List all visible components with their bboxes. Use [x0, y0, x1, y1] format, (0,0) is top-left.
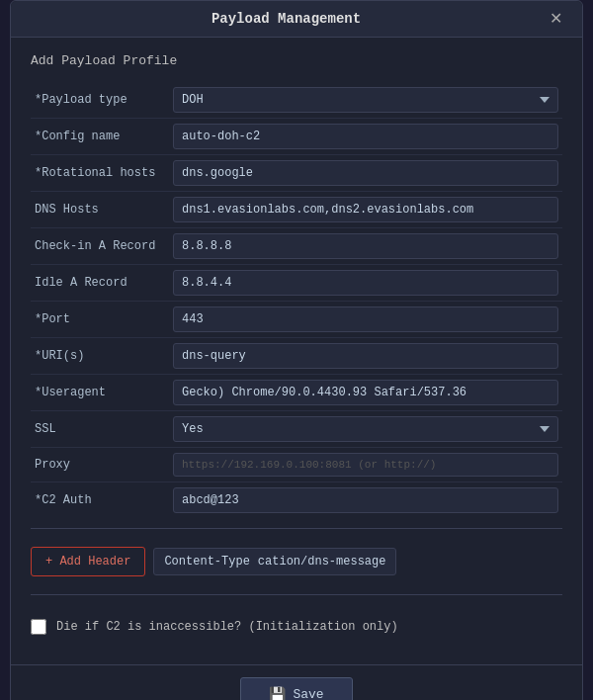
rotational-hosts-input[interactable]: [173, 160, 558, 186]
field-value-config-name[interactable]: [169, 119, 562, 155]
table-row: DNS Hosts: [31, 192, 562, 228]
field-value-dns-hosts[interactable]: [169, 192, 562, 228]
table-row: Proxy: [31, 448, 562, 482]
table-row: SSL Yes No: [31, 411, 562, 448]
field-label-dns-hosts: DNS Hosts: [31, 192, 169, 228]
field-value-port[interactable]: [169, 302, 562, 338]
port-input[interactable]: [173, 306, 558, 332]
dns-hosts-input[interactable]: [173, 197, 558, 222]
headers-row: + Add Header Content-Type cation/dns-mes…: [31, 547, 562, 576]
uris-input[interactable]: [173, 343, 558, 369]
field-label-c2-auth: *C2 Auth: [31, 482, 169, 519]
payload-management-dialog: Payload Management ✕ Add Payload Profile…: [10, 0, 583, 700]
config-name-input[interactable]: [173, 124, 558, 149]
save-icon: 💾: [269, 686, 286, 700]
field-value-proxy[interactable]: [169, 448, 562, 482]
checkbox-row: Die if C2 is inaccessible? (Initializati…: [31, 619, 562, 635]
field-label-uris: *URI(s): [31, 338, 169, 375]
dialog-body: Add Payload Profile *Payload type DOH DN…: [11, 38, 582, 664]
field-value-rotational-hosts[interactable]: [169, 155, 562, 192]
table-row: *Useragent: [31, 375, 562, 411]
table-row: *Port: [31, 302, 562, 338]
field-label-rotational-hosts: *Rotational hosts: [31, 155, 169, 192]
field-value-checkin-a-record[interactable]: [169, 228, 562, 265]
add-header-button[interactable]: + Add Header: [31, 547, 145, 576]
field-label-config-name: *Config name: [31, 119, 169, 155]
field-label-payload-type: *Payload type: [31, 82, 169, 119]
divider-2: [31, 594, 562, 595]
table-row: *Rotational hosts: [31, 155, 562, 192]
checkin-a-record-input[interactable]: [173, 233, 558, 259]
field-value-c2-auth[interactable]: [169, 482, 562, 519]
table-row: *Payload type DOH DNS HTTP: [31, 82, 562, 119]
close-button[interactable]: ✕: [546, 11, 566, 27]
field-label-idle-a-record: Idle A Record: [31, 265, 169, 302]
table-row: *Config name: [31, 119, 562, 155]
table-row: *C2 Auth: [31, 482, 562, 519]
proxy-input[interactable]: [173, 453, 558, 477]
save-label: Save: [293, 687, 323, 700]
title-bar: Payload Management ✕: [11, 1, 582, 38]
die-if-c2-inaccessible-checkbox[interactable]: [31, 619, 46, 635]
form-table: *Payload type DOH DNS HTTP *Config na: [31, 82, 562, 518]
payload-type-select[interactable]: DOH DNS HTTP: [173, 87, 558, 113]
useragent-input[interactable]: [173, 380, 558, 405]
field-label-port: *Port: [31, 302, 169, 338]
header-key: Content-Type: [164, 555, 249, 569]
table-row: Check-in A Record: [31, 228, 562, 265]
field-value-idle-a-record[interactable]: [169, 265, 562, 302]
payload-type-wrapper: DOH DNS HTTP: [173, 87, 558, 113]
field-label-useragent: *Useragent: [31, 375, 169, 411]
checkbox-label[interactable]: Die if C2 is inaccessible? (Initializati…: [56, 620, 398, 634]
table-row: Idle A Record: [31, 265, 562, 302]
save-button[interactable]: 💾 Save: [240, 677, 352, 700]
divider: [31, 528, 562, 529]
ssl-select-wrapper: Yes No: [173, 416, 558, 442]
field-label-checkin-a-record: Check-in A Record: [31, 228, 169, 265]
c2-auth-input[interactable]: [173, 487, 558, 513]
field-label-proxy: Proxy: [31, 448, 169, 482]
field-value-uris[interactable]: [169, 338, 562, 375]
section-label: Add Payload Profile: [31, 53, 562, 68]
field-value-ssl[interactable]: Yes No: [169, 411, 562, 448]
field-value-payload-type[interactable]: DOH DNS HTTP: [169, 82, 562, 119]
field-value-useragent[interactable]: [169, 375, 562, 411]
idle-a-record-input[interactable]: [173, 270, 558, 296]
dialog-title: Payload Management: [27, 11, 546, 27]
table-row: *URI(s): [31, 338, 562, 375]
ssl-select[interactable]: Yes No: [173, 416, 558, 442]
footer: 💾 Save: [11, 664, 582, 700]
header-pill: Content-Type cation/dns-message: [153, 548, 396, 575]
field-label-ssl: SSL: [31, 411, 169, 448]
header-value: cation/dns-message: [258, 555, 386, 569]
